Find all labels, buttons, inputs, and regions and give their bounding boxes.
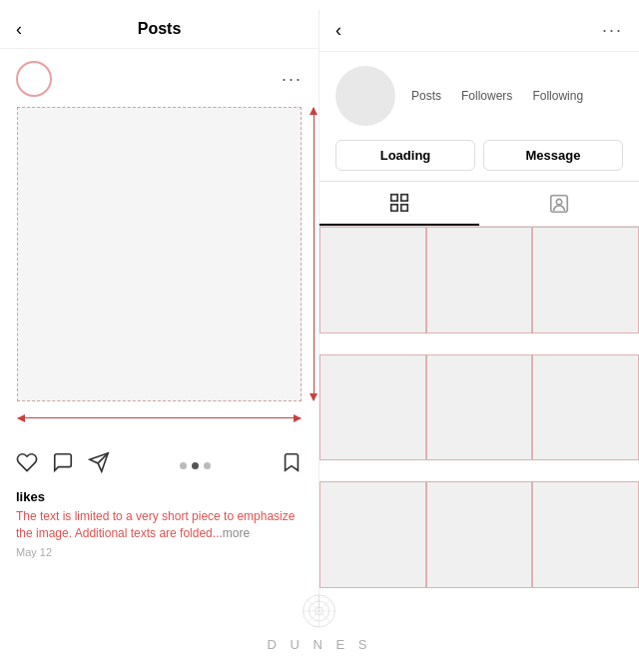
post-image-placeholder: [17, 107, 302, 401]
share-button[interactable]: [88, 451, 110, 479]
stat-following[interactable]: Following: [532, 89, 583, 103]
grid-cell-4[interactable]: [320, 354, 426, 461]
svg-point-7: [556, 199, 562, 205]
action-icons: [16, 451, 110, 479]
stat-posts[interactable]: Posts: [411, 89, 441, 103]
right-back-button[interactable]: ‹: [335, 20, 341, 41]
right-options-button[interactable]: ···: [602, 20, 623, 41]
arrow-head-left: [17, 414, 25, 422]
left-content: ···: [0, 49, 319, 421]
dot-3: [204, 462, 211, 469]
grid-cell-2[interactable]: [426, 227, 533, 334]
svg-rect-4: [391, 205, 397, 211]
user-row: ···: [16, 61, 303, 97]
bookmark-button[interactable]: [281, 451, 303, 479]
left-back-button[interactable]: ‹: [16, 19, 22, 40]
tab-tagged[interactable]: [479, 182, 639, 226]
photo-grid: [320, 227, 639, 609]
action-row: [0, 443, 319, 487]
svg-rect-5: [401, 205, 407, 211]
grid-cell-1[interactable]: [320, 227, 426, 334]
profile-stats: Posts Followers Following: [411, 89, 623, 103]
bottom-logo: D U N E S: [268, 591, 372, 652]
logo-text: D U N E S: [268, 637, 372, 652]
like-button[interactable]: [16, 451, 38, 479]
grid-cell-8[interactable]: [426, 481, 533, 588]
right-header: ‹ ···: [320, 10, 639, 52]
grid-cell-6[interactable]: [532, 354, 639, 461]
profile-buttons: Loading Message: [320, 136, 639, 181]
left-panel: ‹ Posts ···: [0, 10, 320, 609]
dot-2: [192, 462, 199, 469]
grid-cell-7[interactable]: [320, 481, 426, 588]
more-link[interactable]: more: [223, 526, 250, 540]
arrow-head-top: [310, 107, 318, 115]
stat-followers[interactable]: Followers: [461, 89, 512, 103]
stat-followers-label: Followers: [461, 89, 512, 103]
grid-cell-3[interactable]: [532, 227, 639, 334]
grid-cell-9[interactable]: [532, 481, 639, 588]
message-button[interactable]: Message: [483, 140, 623, 171]
loading-button[interactable]: Loading: [335, 140, 475, 171]
vertical-arrow-line: [314, 108, 316, 400]
arrow-head-right: [294, 414, 302, 422]
stat-posts-label: Posts: [411, 89, 441, 103]
arrow-head-bottom: [310, 393, 318, 401]
dot-1: [180, 462, 187, 469]
avatar[interactable]: [16, 61, 52, 97]
carousel-indicator: [180, 462, 211, 469]
left-header: ‹ Posts: [0, 10, 319, 49]
profile-section: Posts Followers Following: [320, 52, 639, 136]
grid-cell-5[interactable]: [426, 354, 533, 461]
tabs-row: [320, 181, 639, 227]
comment-button[interactable]: [52, 451, 74, 479]
right-panel: ‹ ··· Posts Followers Following Loading …: [320, 10, 639, 609]
caption-text: The text is limited to a very short piec…: [0, 506, 319, 544]
left-title: Posts: [138, 20, 182, 38]
post-date: May 12: [0, 544, 319, 560]
likes-text: likes: [0, 487, 319, 506]
stat-following-label: Following: [532, 89, 583, 103]
tab-grid[interactable]: [320, 182, 479, 226]
profile-avatar: [335, 66, 395, 126]
post-options-button[interactable]: ···: [282, 69, 303, 90]
svg-rect-2: [391, 195, 397, 201]
svg-rect-3: [401, 195, 407, 201]
horizontal-arrow-line: [18, 417, 301, 419]
